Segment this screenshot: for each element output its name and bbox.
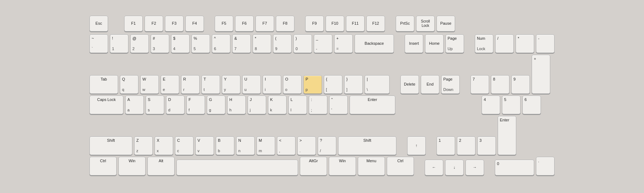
key-x[interactable]: Xx (155, 136, 173, 155)
key-a[interactable]: Aa (125, 96, 144, 114)
key-w[interactable]: Ww (140, 75, 159, 94)
key-num-plus[interactable]: + (532, 55, 550, 94)
key-3[interactable]: #3 (151, 34, 169, 53)
key-num7[interactable]: 7 (470, 75, 489, 94)
key-f3[interactable]: F3 (165, 16, 184, 32)
key-pageup[interactable]: PageUp (445, 34, 464, 53)
key-e[interactable]: Ee (161, 75, 179, 94)
key-down[interactable]: ↓ (445, 160, 464, 175)
key-p[interactable]: Pp (303, 75, 322, 94)
key-f4[interactable]: F4 (185, 16, 204, 32)
key-f7[interactable]: F7 (255, 16, 274, 32)
key-win-right[interactable]: Win (329, 157, 356, 175)
key-f6[interactable]: F6 (235, 16, 254, 32)
key-2[interactable]: @2 (130, 34, 149, 53)
key-shift-right[interactable]: Shift (338, 136, 396, 155)
key-o[interactable]: Oo (283, 75, 302, 94)
key-r[interactable]: Rr (181, 75, 200, 94)
key-d[interactable]: Dd (166, 96, 185, 114)
key-tab[interactable]: Tab (89, 75, 118, 94)
key-f9[interactable]: F9 (305, 16, 324, 32)
key-h[interactable]: Hh (227, 96, 246, 114)
key-f[interactable]: Ff (186, 96, 205, 114)
key-i[interactable]: Ii (263, 75, 281, 94)
key-num5[interactable]: 5 (502, 96, 521, 114)
key-slash[interactable]: ?/ (318, 136, 336, 155)
key-scrlk[interactable]: ScrollLock (416, 16, 435, 32)
key-8[interactable]: *8 (253, 34, 271, 53)
key-z[interactable]: Zz (134, 136, 153, 155)
key-m[interactable]: Mm (257, 136, 275, 155)
key-f11[interactable]: F11 (346, 16, 365, 32)
key-home[interactable]: Home (425, 34, 444, 53)
key-ctrl-right[interactable]: Ctrl (387, 157, 414, 175)
key-end[interactable]: End (421, 75, 439, 94)
key-num-dot[interactable]: . (536, 157, 555, 175)
key-l[interactable]: Ll (288, 96, 307, 114)
key-f5[interactable]: F5 (215, 16, 233, 32)
key-f10[interactable]: F10 (326, 16, 344, 32)
key-num6[interactable]: 6 (522, 96, 541, 114)
key-f8[interactable]: F8 (276, 16, 294, 32)
key-num8[interactable]: 8 (491, 75, 509, 94)
key-equals[interactable]: += (334, 34, 353, 53)
key-pause[interactable]: Pause (436, 16, 455, 32)
key-alt-left[interactable]: Alt (147, 157, 175, 175)
key-f1[interactable]: F1 (124, 16, 143, 32)
key-esc[interactable]: Esc (89, 16, 108, 32)
key-lbracket[interactable]: {[ (324, 75, 342, 94)
key-n[interactable]: Nn (236, 136, 255, 155)
key-b[interactable]: Bb (216, 136, 234, 155)
key-9[interactable]: (9 (273, 34, 292, 53)
key-delete[interactable]: Delete (400, 75, 419, 94)
key-y[interactable]: Yy (222, 75, 240, 94)
key-comma[interactable]: <, (277, 136, 296, 155)
key-minus[interactable]: _- (314, 34, 332, 53)
key-num-enter[interactable]: Enter (498, 116, 516, 155)
key-num3[interactable]: 3 (477, 136, 496, 155)
key-menu[interactable]: Menu (358, 157, 385, 175)
key-q[interactable]: Qq (120, 75, 138, 94)
key-numlock[interactable]: NumLock (475, 34, 493, 53)
key-shift-left[interactable]: Shift (89, 136, 132, 155)
key-period[interactable]: >. (297, 136, 316, 155)
key-1[interactable]: !1 (110, 34, 128, 53)
key-right[interactable]: → (465, 160, 484, 175)
key-5[interactable]: %5 (191, 34, 210, 53)
key-enter[interactable]: Enter (350, 96, 395, 114)
key-u[interactable]: Uu (242, 75, 261, 94)
key-num0[interactable]: 0 (495, 160, 534, 175)
key-6[interactable]: ^6 (212, 34, 230, 53)
key-num1[interactable]: 1 (436, 136, 455, 155)
key-space[interactable] (176, 160, 298, 175)
key-c[interactable]: Cc (175, 136, 194, 155)
key-num4[interactable]: 4 (482, 96, 500, 114)
key-up[interactable]: ↑ (407, 136, 426, 155)
key-num-slash[interactable]: / (495, 34, 514, 53)
key-backspace[interactable]: Backspace (355, 34, 394, 53)
key-j[interactable]: Jj (248, 96, 266, 114)
key-capslock[interactable]: Caps Lock (89, 96, 123, 114)
key-num9[interactable]: 9 (511, 75, 530, 94)
key-k[interactable]: Kk (268, 96, 287, 114)
key-semicolon[interactable]: :; (309, 96, 327, 114)
key-left[interactable]: ← (425, 160, 443, 175)
key-num-minus[interactable]: - (536, 34, 555, 53)
key-prtsc[interactable]: PrtSc (396, 16, 414, 32)
key-altgr[interactable]: AltGr (300, 157, 327, 175)
key-ctrl-left[interactable]: Ctrl (89, 157, 117, 175)
key-v[interactable]: Vv (195, 136, 214, 155)
key-win-left[interactable]: Win (118, 157, 146, 175)
key-backtick[interactable]: ~` (89, 34, 108, 53)
key-insert[interactable]: Insert (405, 34, 423, 53)
key-g[interactable]: Gg (207, 96, 225, 114)
key-t[interactable]: Tt (201, 75, 220, 94)
key-pagedown[interactable]: PageDown (441, 75, 460, 94)
key-7[interactable]: &7 (232, 34, 251, 53)
key-num-star[interactable]: * (516, 34, 534, 53)
key-f2[interactable]: F2 (145, 16, 163, 32)
key-num2[interactable]: 2 (457, 136, 475, 155)
key-backslash[interactable]: |\ (365, 75, 390, 94)
key-s[interactable]: Ss (146, 96, 164, 114)
key-4[interactable]: $4 (171, 34, 190, 53)
